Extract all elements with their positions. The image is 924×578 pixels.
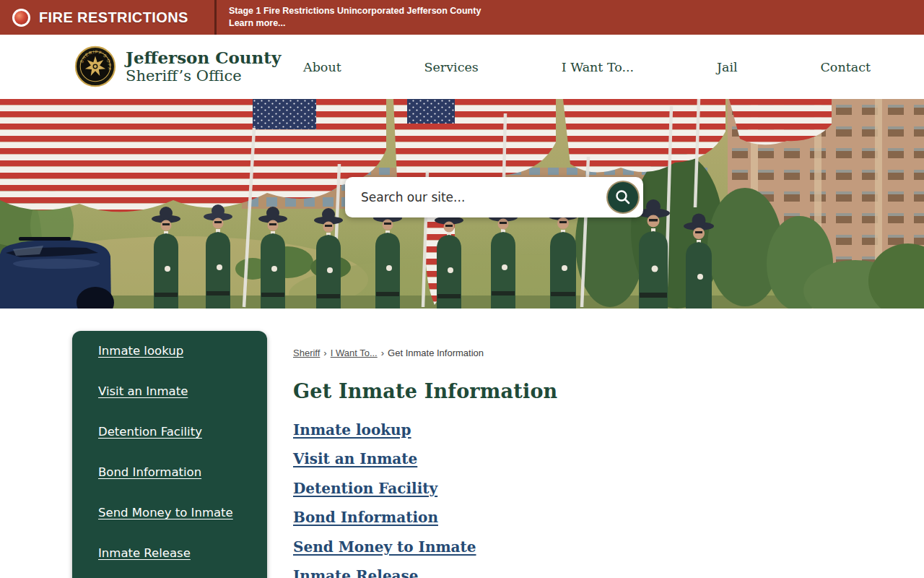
link-inmate-lookup[interactable]: Inmate lookup	[293, 422, 726, 438]
link-inmate-release[interactable]: Inmate Release	[293, 568, 726, 578]
search-button[interactable]	[606, 181, 640, 214]
link-visit-an-inmate[interactable]: Visit an Inmate	[293, 451, 726, 467]
search-input[interactable]	[345, 177, 643, 217]
breadcrumb-link-i-want-to[interactable]: I Want To...	[331, 348, 378, 358]
alert-message-text: Stage 1 Fire Restrictions Unincorporated…	[229, 5, 481, 17]
nav-item-about[interactable]: About	[303, 60, 341, 74]
main-nav: About Services I Want To... Jail Contact	[303, 35, 871, 99]
alert-learn-more-link[interactable]: Learn more...	[229, 17, 481, 30]
page: FIRE RESTRICTIONS Stage 1 Fire Restricti…	[0, 0, 924, 578]
site-header: SHERIFF'S OFFICE Jefferson County Sherif…	[0, 35, 924, 99]
inmate-info-links: Inmate lookup Visit an Inmate Detention …	[293, 422, 726, 578]
alert-banner-left[interactable]: FIRE RESTRICTIONS	[0, 0, 217, 35]
search-icon	[614, 189, 632, 206]
sidebar-item-send-money[interactable]: Send Money to Inmate	[98, 506, 253, 519]
page-title: Get Inmate Information	[293, 380, 726, 402]
hero-section	[0, 99, 924, 309]
nav-item-jail[interactable]: Jail	[717, 60, 738, 74]
breadcrumb-link-sheriff[interactable]: Sheriff	[293, 348, 320, 358]
content-area: Inmate lookup Visit an Inmate Detention …	[0, 309, 924, 578]
site-search	[345, 177, 643, 217]
link-detention-facility[interactable]: Detention Facility	[293, 480, 726, 496]
brand[interactable]: SHERIFF'S OFFICE Jefferson County Sherif…	[74, 46, 281, 87]
breadcrumb: Sheriff › I Want To... › Get Inmate Info…	[293, 348, 726, 358]
org-name-line1: Jefferson County	[126, 48, 281, 66]
nav-item-i-want-to[interactable]: I Want To...	[562, 60, 634, 74]
alert-banner-message: Stage 1 Fire Restrictions Unincorporated…	[217, 0, 481, 35]
nav-item-services[interactable]: Services	[424, 60, 479, 74]
sidebar-item-detention-facility[interactable]: Detention Facility	[98, 425, 253, 439]
breadcrumb-separator: ›	[381, 348, 384, 358]
sidebar-item-inmate-lookup[interactable]: Inmate lookup	[98, 344, 253, 358]
sidebar-item-visit-an-inmate[interactable]: Visit an Inmate	[98, 384, 253, 398]
link-bond-information[interactable]: Bond Information	[293, 509, 726, 525]
breadcrumb-separator: ›	[323, 348, 326, 358]
nav-item-contact[interactable]: Contact	[820, 60, 871, 74]
main-column: Sheriff › I Want To... › Get Inmate Info…	[293, 309, 726, 578]
sheriff-badge-logo-icon: SHERIFF'S OFFICE	[74, 46, 116, 87]
alert-banner: FIRE RESTRICTIONS Stage 1 Fire Restricti…	[0, 0, 924, 35]
org-name: Jefferson County Sheriff’s Office	[126, 48, 281, 84]
link-send-money[interactable]: Send Money to Inmate	[293, 539, 726, 555]
sidebar-item-inmate-release[interactable]: Inmate Release	[98, 546, 253, 560]
alert-title: FIRE RESTRICTIONS	[39, 9, 188, 26]
sidebar-menu: Inmate lookup Visit an Inmate Detention …	[72, 331, 267, 578]
sidebar-item-bond-information[interactable]: Bond Information	[98, 465, 253, 479]
breadcrumb-current-page: Get Inmate Information	[388, 348, 484, 358]
police-suv	[0, 237, 114, 309]
fire-alert-icon	[12, 9, 30, 27]
org-name-line2: Sheriff’s Office	[126, 67, 281, 85]
